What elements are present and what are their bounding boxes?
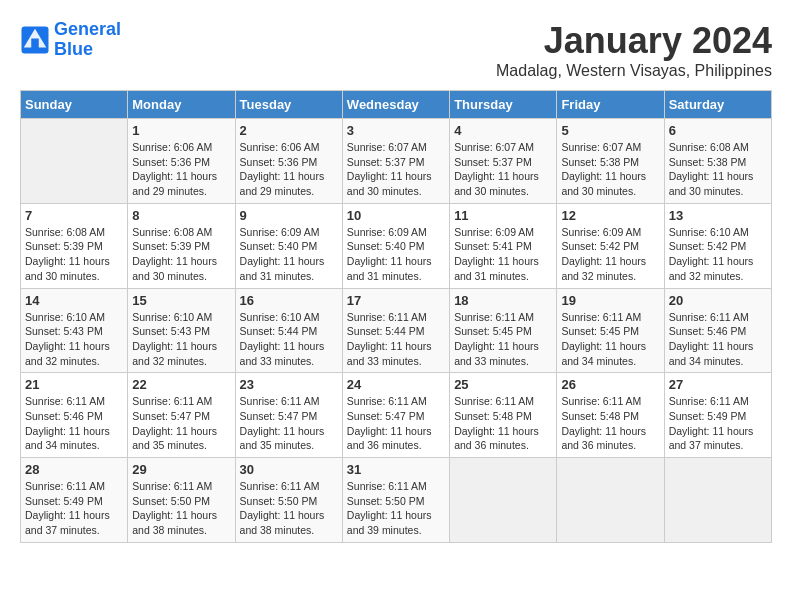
day-cell: 27Sunrise: 6:11 AMSunset: 5:49 PMDayligh… [664, 373, 771, 458]
day-detail: Sunrise: 6:10 AMSunset: 5:42 PMDaylight:… [669, 225, 767, 284]
day-number: 17 [347, 293, 445, 308]
day-cell [664, 458, 771, 543]
day-number: 30 [240, 462, 338, 477]
day-detail: Sunrise: 6:11 AMSunset: 5:50 PMDaylight:… [240, 479, 338, 538]
day-detail: Sunrise: 6:11 AMSunset: 5:47 PMDaylight:… [132, 394, 230, 453]
day-detail: Sunrise: 6:08 AMSunset: 5:39 PMDaylight:… [25, 225, 123, 284]
day-number: 27 [669, 377, 767, 392]
day-detail: Sunrise: 6:11 AMSunset: 5:48 PMDaylight:… [454, 394, 552, 453]
day-number: 11 [454, 208, 552, 223]
header-cell-sunday: Sunday [21, 91, 128, 119]
day-number: 26 [561, 377, 659, 392]
day-cell: 19Sunrise: 6:11 AMSunset: 5:45 PMDayligh… [557, 288, 664, 373]
day-detail: Sunrise: 6:07 AMSunset: 5:37 PMDaylight:… [454, 140, 552, 199]
day-cell: 23Sunrise: 6:11 AMSunset: 5:47 PMDayligh… [235, 373, 342, 458]
day-number: 3 [347, 123, 445, 138]
day-detail: Sunrise: 6:10 AMSunset: 5:43 PMDaylight:… [132, 310, 230, 369]
week-row-4: 21Sunrise: 6:11 AMSunset: 5:46 PMDayligh… [21, 373, 772, 458]
logo: General Blue [20, 20, 121, 60]
day-cell: 17Sunrise: 6:11 AMSunset: 5:44 PMDayligh… [342, 288, 449, 373]
day-number: 21 [25, 377, 123, 392]
day-number: 20 [669, 293, 767, 308]
day-detail: Sunrise: 6:06 AMSunset: 5:36 PMDaylight:… [240, 140, 338, 199]
day-cell: 21Sunrise: 6:11 AMSunset: 5:46 PMDayligh… [21, 373, 128, 458]
day-detail: Sunrise: 6:11 AMSunset: 5:45 PMDaylight:… [561, 310, 659, 369]
day-cell [450, 458, 557, 543]
calendar-table: SundayMondayTuesdayWednesdayThursdayFrid… [20, 90, 772, 543]
day-number: 2 [240, 123, 338, 138]
header-cell-saturday: Saturday [664, 91, 771, 119]
day-number: 25 [454, 377, 552, 392]
day-cell: 25Sunrise: 6:11 AMSunset: 5:48 PMDayligh… [450, 373, 557, 458]
day-cell: 31Sunrise: 6:11 AMSunset: 5:50 PMDayligh… [342, 458, 449, 543]
title-area: January 2024 Madalag, Western Visayas, P… [496, 20, 772, 80]
page-header: General Blue January 2024 Madalag, Weste… [20, 20, 772, 80]
header-cell-thursday: Thursday [450, 91, 557, 119]
week-row-5: 28Sunrise: 6:11 AMSunset: 5:49 PMDayligh… [21, 458, 772, 543]
day-cell: 11Sunrise: 6:09 AMSunset: 5:41 PMDayligh… [450, 203, 557, 288]
day-cell: 16Sunrise: 6:10 AMSunset: 5:44 PMDayligh… [235, 288, 342, 373]
svg-rect-2 [31, 38, 39, 49]
day-cell: 26Sunrise: 6:11 AMSunset: 5:48 PMDayligh… [557, 373, 664, 458]
day-cell: 30Sunrise: 6:11 AMSunset: 5:50 PMDayligh… [235, 458, 342, 543]
logo-line2: Blue [54, 39, 93, 59]
day-cell: 6Sunrise: 6:08 AMSunset: 5:38 PMDaylight… [664, 119, 771, 204]
day-cell: 4Sunrise: 6:07 AMSunset: 5:37 PMDaylight… [450, 119, 557, 204]
day-cell: 12Sunrise: 6:09 AMSunset: 5:42 PMDayligh… [557, 203, 664, 288]
day-cell: 13Sunrise: 6:10 AMSunset: 5:42 PMDayligh… [664, 203, 771, 288]
week-row-2: 7Sunrise: 6:08 AMSunset: 5:39 PMDaylight… [21, 203, 772, 288]
subtitle: Madalag, Western Visayas, Philippines [496, 62, 772, 80]
day-detail: Sunrise: 6:11 AMSunset: 5:47 PMDaylight:… [347, 394, 445, 453]
day-detail: Sunrise: 6:11 AMSunset: 5:50 PMDaylight:… [132, 479, 230, 538]
header-cell-friday: Friday [557, 91, 664, 119]
day-cell: 18Sunrise: 6:11 AMSunset: 5:45 PMDayligh… [450, 288, 557, 373]
header-cell-tuesday: Tuesday [235, 91, 342, 119]
day-cell [21, 119, 128, 204]
day-detail: Sunrise: 6:09 AMSunset: 5:41 PMDaylight:… [454, 225, 552, 284]
main-title: January 2024 [496, 20, 772, 62]
week-row-3: 14Sunrise: 6:10 AMSunset: 5:43 PMDayligh… [21, 288, 772, 373]
day-number: 23 [240, 377, 338, 392]
day-cell: 20Sunrise: 6:11 AMSunset: 5:46 PMDayligh… [664, 288, 771, 373]
day-number: 12 [561, 208, 659, 223]
day-number: 18 [454, 293, 552, 308]
day-cell: 7Sunrise: 6:08 AMSunset: 5:39 PMDaylight… [21, 203, 128, 288]
day-detail: Sunrise: 6:11 AMSunset: 5:49 PMDaylight:… [25, 479, 123, 538]
day-number: 22 [132, 377, 230, 392]
day-cell: 28Sunrise: 6:11 AMSunset: 5:49 PMDayligh… [21, 458, 128, 543]
day-detail: Sunrise: 6:11 AMSunset: 5:49 PMDaylight:… [669, 394, 767, 453]
day-number: 5 [561, 123, 659, 138]
day-number: 24 [347, 377, 445, 392]
day-number: 9 [240, 208, 338, 223]
day-cell: 15Sunrise: 6:10 AMSunset: 5:43 PMDayligh… [128, 288, 235, 373]
day-number: 15 [132, 293, 230, 308]
day-cell: 29Sunrise: 6:11 AMSunset: 5:50 PMDayligh… [128, 458, 235, 543]
header-cell-monday: Monday [128, 91, 235, 119]
day-detail: Sunrise: 6:11 AMSunset: 5:50 PMDaylight:… [347, 479, 445, 538]
day-number: 1 [132, 123, 230, 138]
header-cell-wednesday: Wednesday [342, 91, 449, 119]
day-detail: Sunrise: 6:08 AMSunset: 5:39 PMDaylight:… [132, 225, 230, 284]
day-detail: Sunrise: 6:11 AMSunset: 5:44 PMDaylight:… [347, 310, 445, 369]
day-cell: 8Sunrise: 6:08 AMSunset: 5:39 PMDaylight… [128, 203, 235, 288]
day-number: 8 [132, 208, 230, 223]
day-detail: Sunrise: 6:07 AMSunset: 5:37 PMDaylight:… [347, 140, 445, 199]
day-number: 4 [454, 123, 552, 138]
day-number: 16 [240, 293, 338, 308]
day-detail: Sunrise: 6:10 AMSunset: 5:43 PMDaylight:… [25, 310, 123, 369]
day-cell: 2Sunrise: 6:06 AMSunset: 5:36 PMDaylight… [235, 119, 342, 204]
day-cell: 9Sunrise: 6:09 AMSunset: 5:40 PMDaylight… [235, 203, 342, 288]
logo-icon [20, 25, 50, 55]
day-detail: Sunrise: 6:08 AMSunset: 5:38 PMDaylight:… [669, 140, 767, 199]
logo-line1: General [54, 19, 121, 39]
day-detail: Sunrise: 6:09 AMSunset: 5:40 PMDaylight:… [347, 225, 445, 284]
day-number: 6 [669, 123, 767, 138]
day-number: 19 [561, 293, 659, 308]
day-cell: 22Sunrise: 6:11 AMSunset: 5:47 PMDayligh… [128, 373, 235, 458]
day-detail: Sunrise: 6:09 AMSunset: 5:40 PMDaylight:… [240, 225, 338, 284]
day-detail: Sunrise: 6:11 AMSunset: 5:46 PMDaylight:… [25, 394, 123, 453]
day-cell: 14Sunrise: 6:10 AMSunset: 5:43 PMDayligh… [21, 288, 128, 373]
day-number: 29 [132, 462, 230, 477]
day-detail: Sunrise: 6:11 AMSunset: 5:45 PMDaylight:… [454, 310, 552, 369]
day-number: 14 [25, 293, 123, 308]
